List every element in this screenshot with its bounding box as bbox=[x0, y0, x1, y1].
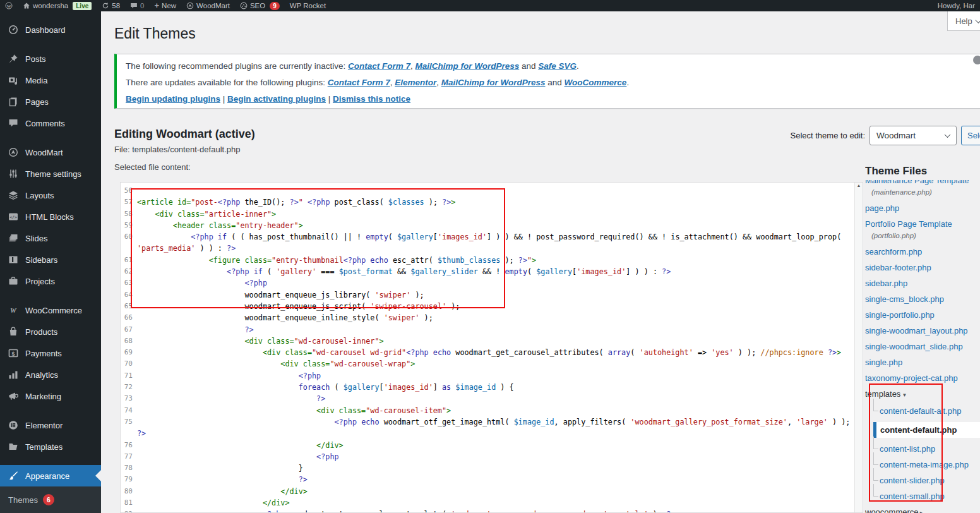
plugin-link[interactable]: Safe SVG bbox=[538, 61, 577, 71]
plugin-link[interactable]: Contact Form 7 bbox=[328, 78, 390, 87]
select-theme-label: Select theme to edit: bbox=[783, 131, 865, 140]
sidebar-item-products[interactable]: Products bbox=[0, 321, 101, 342]
site-menu[interactable]: wondersha Live bbox=[18, 0, 97, 11]
theme-file-single-woodmart-slide-php[interactable]: single-woodmart_slide.php bbox=[865, 342, 980, 351]
theme-file-single-woodmart-layout-php[interactable]: single-woodmart_layout.php bbox=[865, 326, 980, 335]
theme-file-single-portfolio-php[interactable]: single-portfolio.php bbox=[865, 310, 980, 320]
sidebars-icon bbox=[8, 255, 19, 265]
theme-file-label: content-list.php bbox=[880, 444, 935, 454]
notice-action-link[interactable]: Begin activating plugins bbox=[227, 94, 326, 104]
code-line: 75 <?php echo woodmart_otf_get_image_htm… bbox=[121, 416, 854, 440]
plugin-link[interactable]: MailChimp for WordPress bbox=[415, 61, 519, 71]
sidebar-item-appearance[interactable]: Appearance bbox=[0, 465, 101, 486]
seo-menu[interactable]: SEO 9 bbox=[235, 0, 285, 11]
sidebar-item-pages[interactable]: Pages bbox=[0, 91, 101, 112]
plugin-link[interactable]: WooCommerce bbox=[565, 78, 627, 87]
wp-rocket-menu[interactable]: WP Rocket bbox=[285, 0, 331, 11]
sidebar-item-analytics[interactable]: Analytics bbox=[0, 364, 101, 385]
code-content: <div class="article-inner"> bbox=[137, 208, 854, 220]
sidebar-item-comments[interactable]: Comments bbox=[0, 112, 101, 134]
wp-logo-menu[interactable]: W bbox=[0, 0, 18, 11]
theme-file-portfolio-page-template[interactable]: Portfolio Page Template(portfolio.php) bbox=[865, 219, 980, 241]
editor-scrollbar[interactable]: ▲ bbox=[854, 183, 863, 512]
sidebar-item-html-blocks[interactable]: </>HTML Blocks bbox=[0, 206, 101, 227]
sidebar-item-theme-settings[interactable]: Theme settings bbox=[0, 163, 101, 184]
sidebar-item-layouts[interactable]: Layouts bbox=[0, 184, 101, 206]
theme-file-content-slider-php[interactable]: content-slider.php bbox=[873, 476, 980, 485]
sidebar-item-label: Elementor bbox=[25, 421, 63, 430]
theme-file-sidebar-footer-php[interactable]: sidebar-footer.php bbox=[865, 263, 980, 272]
code-line: 69 <div class="wd-carousel wd-grid"<?php… bbox=[121, 347, 854, 358]
sidebar-item-label: Posts bbox=[25, 54, 46, 64]
theme-file-single-cms-block-php[interactable]: single-cms_block.php bbox=[865, 294, 980, 304]
sidebar-item-media[interactable]: Media bbox=[0, 69, 101, 91]
sidebar-item-sidebars[interactable]: Sidebars bbox=[0, 249, 101, 270]
theme-file-content-default-php[interactable]: content-default.php bbox=[873, 422, 980, 438]
media-icon bbox=[8, 75, 19, 85]
line-number: 68 bbox=[121, 335, 137, 347]
theme-file-taxonomy-project-cat-php[interactable]: taxonomy-project-cat.php bbox=[865, 373, 980, 383]
theme-file-sidebar-php[interactable]: sidebar.php bbox=[865, 279, 980, 288]
woodmart-menu[interactable]: WoodMart bbox=[181, 0, 235, 11]
plugin-link[interactable]: MailChimp for WordPress bbox=[441, 78, 546, 87]
sidebar-subitem-themes[interactable]: Themes6 bbox=[8, 491, 101, 509]
code-editor[interactable]: 5657<article id="post-<?php the_ID(); ?>… bbox=[120, 182, 863, 513]
code-line: 78 } bbox=[121, 462, 854, 474]
code-content: </div> bbox=[137, 486, 854, 497]
help-tab[interactable]: Help bbox=[947, 11, 980, 31]
theme-select[interactable]: Woodmart bbox=[869, 126, 957, 145]
sidebar-item-marketing[interactable]: Marketing bbox=[0, 385, 101, 407]
plugin-link[interactable]: Contact Form 7 bbox=[348, 61, 410, 71]
theme-file-searchform-php[interactable]: searchform.php bbox=[865, 247, 980, 256]
sidebar-item-label: Appearance bbox=[25, 471, 69, 481]
theme-file-templates[interactable]: templates ▼ bbox=[865, 389, 980, 400]
plugin-link[interactable]: Elementor bbox=[395, 78, 436, 87]
notice-action-link[interactable]: Dismiss this notice bbox=[333, 94, 410, 104]
code-line: 64 woodmart_enqueue_js_library( 'swiper'… bbox=[121, 289, 854, 301]
code-content: ?> bbox=[137, 393, 854, 404]
line-number: 62 bbox=[121, 266, 137, 277]
notice-lines: The following recommended plugins are cu… bbox=[126, 61, 980, 104]
theme-file-single-php[interactable]: single.php bbox=[865, 358, 980, 367]
sidebar-item-label: Payments bbox=[25, 349, 62, 358]
sidebar-item-label: Slides bbox=[25, 234, 47, 243]
new-label: New bbox=[162, 2, 176, 9]
theme-file-content-meta-image-php[interactable]: content-meta-image.php bbox=[873, 460, 980, 469]
theme-file-page-php[interactable]: page.php bbox=[865, 203, 980, 213]
theme-file-label: sidebar.php bbox=[865, 279, 907, 288]
sidebar-item-projects[interactable]: Projects bbox=[0, 270, 101, 292]
theme-file-maintenance-page-template[interactable]: Maintenance Page Template(maintenance.ph… bbox=[865, 180, 980, 197]
theme-file-content-small-php[interactable]: content-small.php bbox=[873, 492, 980, 501]
line-number: 70 bbox=[121, 358, 137, 370]
comments-menu[interactable]: 0 bbox=[125, 0, 149, 11]
sidebar-item-woocommerce[interactable]: WWooCommerce bbox=[0, 299, 101, 321]
slides-icon bbox=[8, 233, 19, 243]
sidebar-item-dashboard[interactable]: Dashboard bbox=[0, 19, 101, 40]
select-theme-button[interactable]: Select bbox=[961, 126, 980, 145]
new-content-menu[interactable]: + New bbox=[149, 0, 181, 11]
sidebar-item-elementor[interactable]: Elementor bbox=[0, 414, 101, 436]
sidebar-item-payments[interactable]: $Payments bbox=[0, 342, 101, 364]
code-line: 80 </div> bbox=[121, 486, 854, 497]
line-number: 56 bbox=[121, 185, 137, 196]
live-badge: Live bbox=[73, 2, 92, 10]
sidebar-item-templates[interactable]: Templates bbox=[0, 436, 101, 457]
theme-file-woocommerce[interactable]: woocommerce ▶ bbox=[865, 507, 980, 513]
notice-text: and bbox=[546, 78, 565, 87]
updates-menu[interactable]: 58 bbox=[97, 0, 125, 11]
howdy-account-menu[interactable]: Howdy, Har bbox=[933, 0, 980, 11]
notice-action-link[interactable]: Begin updating plugins bbox=[126, 94, 220, 104]
home-icon bbox=[23, 2, 30, 9]
theme-select-value: Woodmart bbox=[876, 131, 916, 140]
sidebar-item-woodmart[interactable]: WoodMart bbox=[0, 142, 101, 163]
line-number: 59 bbox=[121, 220, 137, 231]
theme-file-label: single-cms_block.php bbox=[865, 294, 944, 304]
scroll-up-arrow-icon[interactable]: ▲ bbox=[855, 183, 863, 188]
sidebar-item-posts[interactable]: Posts bbox=[0, 48, 101, 69]
line-number: 79 bbox=[121, 474, 137, 485]
woocommerce-icon: W bbox=[8, 305, 19, 315]
appearance-submenu: Themes6 bbox=[0, 486, 101, 513]
theme-file-content-list-php[interactable]: content-list.php bbox=[873, 444, 980, 454]
sidebar-item-slides[interactable]: Slides bbox=[0, 227, 101, 249]
theme-file-content-default-alt-php[interactable]: content-default-alt.php bbox=[873, 406, 980, 416]
